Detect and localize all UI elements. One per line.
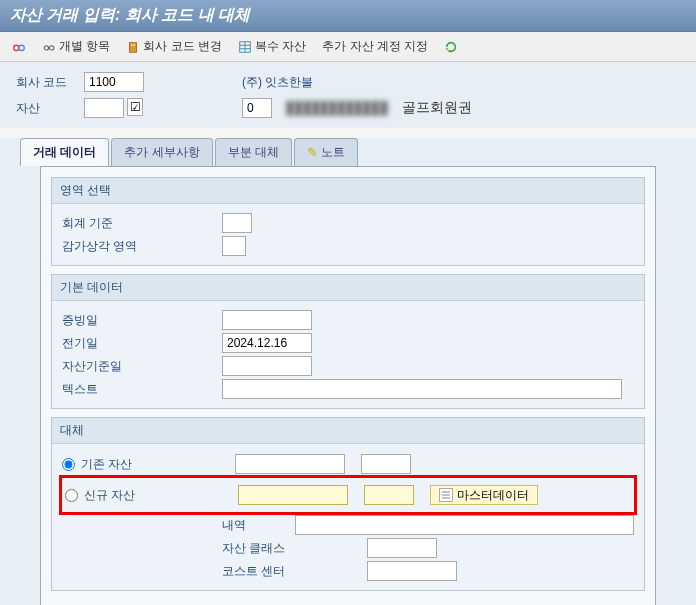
svg-point-1 [19, 45, 24, 50]
svg-point-3 [44, 45, 48, 49]
cost-center-label: 코스트 센터 [222, 563, 367, 580]
toolbar-glasses-button[interactable] [8, 38, 30, 56]
asset-class-label: 자산 클래스 [222, 540, 367, 557]
new-asset-sub-input[interactable] [364, 485, 414, 505]
toolbar-add-account-assign[interactable]: 추가 자산 계정 지정 [318, 36, 432, 57]
tab-partial-transfer[interactable]: 부분 대체 [215, 138, 292, 166]
toolbar-individual-item[interactable]: 개별 항목 [38, 36, 114, 57]
building-icon [126, 40, 140, 54]
doc-date-input[interactable] [222, 310, 312, 330]
toolbar-change-company-code[interactable]: 회사 코드 변경 [122, 36, 226, 57]
basic-data-group: 기본 데이터 증빙일 전기일 자산기준일 텍스트 [51, 274, 645, 409]
existing-asset-row: 기존 자산 [62, 454, 634, 474]
toolbar-label: 개별 항목 [59, 38, 110, 55]
toolbar-refresh-button[interactable] [440, 38, 462, 56]
master-data-label: 마스터데이터 [457, 487, 529, 504]
text-input[interactable] [222, 379, 622, 399]
glasses-icon [12, 40, 26, 54]
svg-rect-6 [132, 44, 133, 45]
grid-icon [238, 40, 252, 54]
asset-value-date-label: 자산기준일 [62, 358, 222, 375]
area-select-group: 영역 선택 회계 기준 감가상각 영역 [51, 177, 645, 266]
doc-date-label: 증빙일 [62, 312, 222, 329]
asset-label: 자산 [16, 100, 76, 117]
svg-point-4 [49, 45, 53, 49]
toolbar-label: 복수 자산 [255, 38, 306, 55]
description-label: 내역 [222, 517, 295, 534]
toolbar-multi-asset[interactable]: 복수 자산 [234, 36, 310, 57]
master-data-button[interactable]: 마스터데이터 [430, 485, 538, 505]
new-asset-highlight: 신규 자산 마스터데이터 [59, 475, 637, 515]
toolbar-label: 회사 코드 변경 [143, 38, 222, 55]
acc-principle-input[interactable] [222, 213, 252, 233]
tabs-container: 거래 데이터 추가 세부사항 부분 대체 ✎ 노트 영역 선택 회계 기준 감가… [0, 138, 696, 605]
text-label: 텍스트 [62, 381, 222, 398]
glasses-small-icon [42, 40, 56, 54]
tab-note[interactable]: ✎ 노트 [294, 138, 358, 166]
cost-center-input[interactable] [367, 561, 457, 581]
deprec-area-label: 감가상각 영역 [62, 238, 222, 255]
window-title: 자산 거래 입력: 회사 코드 내 대체 [0, 0, 696, 32]
company-code-input[interactable] [84, 72, 144, 92]
asset-sub-input[interactable] [242, 98, 272, 118]
existing-asset-label: 기존 자산 [81, 456, 229, 473]
tabs: 거래 데이터 추가 세부사항 부분 대체 ✎ 노트 [20, 138, 676, 166]
blurred-text: ████████████ [286, 101, 388, 115]
tab-additional-detail[interactable]: 추가 세부사항 [111, 138, 212, 166]
asset-checkbox[interactable]: ☑ [127, 98, 143, 116]
toolbar: 개별 항목 회사 코드 변경 복수 자산 추가 자산 계정 지정 [0, 32, 696, 62]
existing-asset-radio[interactable] [62, 458, 75, 471]
company-name-text: (주) 잇츠한불 [242, 74, 313, 91]
transfer-title: 대체 [52, 418, 644, 444]
existing-asset-input[interactable] [235, 454, 345, 474]
deprec-area-input[interactable] [222, 236, 246, 256]
tab-note-label: 노트 [321, 144, 345, 161]
list-icon [439, 488, 453, 502]
asset-value-date-input[interactable] [222, 356, 312, 376]
refresh-icon [444, 40, 458, 54]
new-asset-input[interactable] [238, 485, 348, 505]
toolbar-label: 추가 자산 계정 지정 [322, 38, 428, 55]
posting-date-label: 전기일 [62, 335, 222, 352]
header-fields: 회사 코드 (주) 잇츠한불 자산 ☑ ████████████ 골프회원권 [0, 62, 696, 128]
pencil-icon: ✎ [307, 145, 318, 160]
new-asset-label: 신규 자산 [84, 487, 232, 504]
basic-data-title: 기본 데이터 [52, 275, 644, 301]
description-input[interactable] [295, 515, 634, 535]
new-asset-row: 신규 자산 마스터데이터 [65, 485, 631, 505]
asset-desc-suffix: 골프회원권 [402, 99, 472, 117]
acc-principle-label: 회계 기준 [62, 215, 222, 232]
svg-point-0 [14, 45, 19, 50]
tab-transaction-data[interactable]: 거래 데이터 [20, 138, 109, 166]
new-asset-radio[interactable] [65, 489, 78, 502]
svg-rect-7 [134, 44, 135, 45]
area-select-title: 영역 선택 [52, 178, 644, 204]
content-panel: 영역 선택 회계 기준 감가상각 영역 기본 데이터 증빙일 [40, 166, 656, 605]
transfer-group: 대체 기존 자산 신규 자산 [51, 417, 645, 591]
existing-asset-sub-input[interactable] [361, 454, 411, 474]
asset-input[interactable] [84, 98, 124, 118]
svg-rect-5 [130, 42, 137, 52]
asset-class-input[interactable] [367, 538, 437, 558]
company-code-label: 회사 코드 [16, 74, 76, 91]
posting-date-input[interactable] [222, 333, 312, 353]
